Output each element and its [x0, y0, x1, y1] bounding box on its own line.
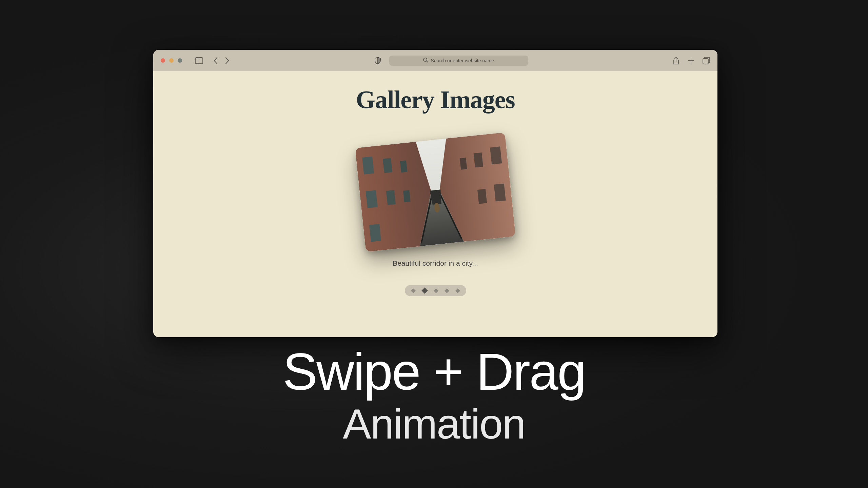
svg-rect-15: [386, 190, 396, 205]
svg-rect-12: [366, 190, 378, 208]
window-minimize-button[interactable]: [169, 58, 174, 63]
sidebar-toggle-icon[interactable]: [195, 57, 203, 64]
forward-button[interactable]: [225, 57, 230, 64]
svg-rect-17: [403, 190, 410, 202]
traffic-lights: [161, 58, 182, 63]
toolbar-center: Search or enter website name: [235, 56, 667, 66]
address-bar-placeholder: Search or enter website name: [431, 58, 494, 63]
svg-rect-21: [477, 189, 487, 204]
nav-arrows: [213, 57, 230, 64]
svg-line-3: [427, 61, 428, 62]
svg-rect-20: [474, 152, 483, 167]
svg-rect-14: [383, 158, 392, 173]
window-maximize-button[interactable]: [178, 58, 182, 63]
pagination-dot[interactable]: [455, 288, 460, 293]
svg-rect-19: [494, 184, 506, 202]
gallery-image-card[interactable]: [355, 133, 516, 252]
headline-line-1: Swipe + Drag: [0, 346, 868, 398]
browser-window: Search or enter website name: [153, 50, 717, 337]
share-icon[interactable]: [673, 57, 679, 65]
window-close-button[interactable]: [161, 58, 165, 63]
page-content: Gallery Images: [153, 71, 717, 337]
svg-rect-6: [703, 59, 708, 64]
headline-line-2: Animation: [0, 401, 868, 447]
svg-rect-22: [460, 158, 467, 170]
address-bar[interactable]: Search or enter website name: [389, 56, 528, 66]
new-tab-icon[interactable]: [688, 57, 694, 64]
svg-point-2: [423, 58, 427, 61]
tabs-overview-icon[interactable]: [703, 57, 710, 64]
pagination-dot[interactable]: [444, 288, 449, 293]
svg-rect-11: [362, 157, 374, 175]
privacy-shield-icon[interactable]: [374, 57, 381, 64]
svg-rect-16: [400, 161, 407, 173]
svg-rect-0: [195, 58, 203, 64]
back-button[interactable]: [213, 57, 218, 64]
browser-toolbar: Search or enter website name: [153, 50, 717, 71]
page-title: Gallery Images: [356, 85, 515, 114]
svg-rect-13: [369, 224, 381, 242]
search-icon: [423, 58, 428, 64]
pagination-dot[interactable]: [433, 288, 438, 293]
pagination-dot-active[interactable]: [421, 287, 428, 293]
pagination-dots: [405, 285, 466, 296]
svg-rect-18: [490, 146, 502, 164]
promo-headline: Swipe + Drag Animation: [0, 346, 868, 447]
toolbar-right: [673, 57, 710, 65]
gallery-caption: Beautiful corridor in a city...: [393, 259, 478, 267]
pagination-dot[interactable]: [411, 288, 415, 293]
